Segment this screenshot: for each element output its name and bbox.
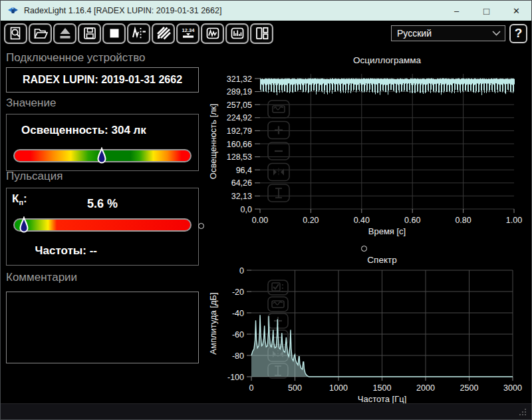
spectrum-x-tick: 500 [288, 383, 302, 393]
spectrum-xlabel: Частота [Гц] [358, 394, 407, 404]
oscillogram-y-tick: 160,66 [227, 140, 252, 149]
spectrum-chart: СпектрАмплитуда [дБ]0-20-40-60-80-100050… [207, 255, 527, 405]
spectrum-y-tick: -80 [232, 351, 244, 361]
value-section-label: Значение [6, 97, 56, 110]
spectrum-y-tick: 0 [239, 266, 244, 276]
autoscale-checkbox-button[interactable] [268, 280, 288, 295]
vertical-splitter-handle[interactable] [198, 223, 204, 229]
title-bar[interactable]: RadexLight 1.16.4 [RADEX LUPIN: 2019-01-… [1, 1, 531, 21]
spectrum-y-tick: -40 [232, 309, 244, 318]
oscillogram-x-tick: 0.60 [404, 216, 420, 225]
fit-horizontal-button[interactable] [268, 164, 289, 181]
oscillogram-x-tick: 0.80 [455, 216, 471, 225]
spectrum-ylabel: Амплитуда [дБ] [208, 292, 218, 354]
spectrum-x-tick: 2000 [416, 383, 435, 393]
pulsation-section-label: Пульсация [6, 170, 63, 183]
zoom-region-button[interactable] [268, 101, 289, 118]
zoom-in-button[interactable] [268, 122, 289, 139]
spectrum-view-button[interactable] [225, 23, 249, 44]
window-title: RadexLight 1.16.4 [RADEX LUPIN: 2019-01-… [24, 6, 442, 15]
oscillogram-y-tick: 64,26 [231, 178, 252, 188]
oscillogram-title: Осциллограмма [353, 55, 421, 65]
chevron-down-icon [492, 31, 501, 36]
language-value: Русский [397, 28, 492, 39]
zoom-region-button[interactable] [268, 297, 288, 312]
device-search-button[interactable] [4, 23, 27, 44]
measurement-cursor-button[interactable] [127, 23, 150, 44]
oscillogram-y-tick: 192,79 [227, 126, 252, 136]
oscillogram-ylabel: Освещенность [лк] [208, 104, 218, 179]
status-bar [1, 403, 531, 419]
kp-value: 5.6 % [7, 197, 198, 211]
eject-device-icon [58, 26, 72, 41]
app-icon [7, 6, 19, 15]
oscillogram-y-tick: 224,92 [227, 113, 252, 122]
stop-icon [107, 26, 122, 41]
save-icon [82, 26, 97, 41]
open-file-icon [33, 26, 48, 41]
spectrum-y-tick: -100 [227, 373, 244, 382]
layout-panels-icon [255, 26, 269, 41]
spectrum-x-tick: 0 [249, 383, 254, 393]
minimize-button[interactable]: – [442, 1, 471, 21]
illuminance-scale-bar [13, 149, 192, 162]
device-name: RADEX LUPIN: 2019-01-31 2662 [23, 74, 182, 86]
oscillogram-view-button[interactable] [201, 23, 224, 44]
app-window: RadexLight 1.16.4 [RADEX LUPIN: 2019-01-… [0, 0, 532, 420]
layout-panels-button[interactable] [250, 23, 273, 44]
oscillogram-y-tick: 0,0 [241, 205, 252, 214]
spectrum-x-tick: 1000 [329, 383, 348, 393]
oscillogram-x-tick: 0.00 [252, 216, 268, 225]
device-box: RADEX LUPIN: 2019-01-31 2662 [6, 67, 199, 93]
device-section-label: Подключенное устройство [6, 51, 145, 65]
open-file-button[interactable] [29, 23, 52, 44]
oscillogram-chart: ОсциллограммаОсвещенность [лк]321,32289,… [207, 51, 527, 248]
eject-device-button[interactable] [53, 23, 76, 44]
pulsation-hatch-button[interactable] [152, 23, 175, 44]
fit-vertical-button[interactable] [268, 184, 289, 202]
toolbar: 12.34 [1, 21, 531, 46]
oscillogram-y-tick: 128,53 [227, 152, 252, 162]
comments-section-label: Комментарии [6, 271, 77, 284]
device-search-icon [9, 26, 23, 41]
oscillogram-y-tick: 321,32 [227, 75, 252, 84]
spectrum-x-tick: 1500 [373, 383, 392, 393]
resize-grip-icon[interactable] [518, 407, 527, 417]
help-button[interactable]: ? [509, 24, 527, 43]
oscillogram-x-tick: 1.00 [506, 216, 522, 225]
spectrum-y-tick: -20 [232, 288, 244, 297]
digital-display-icon: 12.34 [180, 26, 196, 41]
oscillogram-waveform [261, 79, 515, 95]
oscillogram-y-tick: 96,4 [236, 166, 252, 175]
pulsation-scale-bar [13, 218, 192, 232]
spectrum-x-tick: 3000 [503, 383, 522, 393]
oscillogram-x-tick: 0.40 [354, 216, 370, 225]
illuminance-reading: Освещенность: 304 лк [21, 124, 146, 137]
illuminance-marker-icon [97, 147, 106, 167]
maximize-button[interactable]: □ [471, 1, 501, 21]
oscillogram-y-tick: 257,05 [227, 101, 252, 110]
comments-input[interactable] [6, 292, 199, 363]
svg-text:12.34: 12.34 [182, 27, 195, 33]
oscillogram-y-tick: 289,19 [227, 87, 252, 97]
pulsation-hatch-icon [156, 26, 171, 41]
oscillogram-xlabel: Время [с] [368, 226, 406, 236]
save-button[interactable] [78, 23, 101, 44]
digital-display-button[interactable]: 12.34 [176, 23, 200, 44]
oscillogram-y-tick: 32,13 [231, 192, 252, 201]
spectrum-y-tick: -60 [232, 330, 244, 339]
frequencies-label: Частоты: -- [7, 244, 126, 258]
stop-button[interactable] [102, 23, 126, 44]
zoom-out-button[interactable] [268, 142, 289, 160]
oscillogram-x-tick: 0.20 [303, 216, 319, 225]
measurement-cursor-icon [132, 26, 146, 41]
pulsation-box: Кп: 5.6 % Частоты: -- [6, 188, 199, 266]
pulsation-marker-icon [19, 216, 29, 236]
spectrum-title: Спектр [367, 255, 396, 265]
workspace: Подключенное устройство RADEX LUPIN: 201… [1, 46, 531, 403]
value-box: Освещенность: 304 лк [6, 114, 199, 171]
language-select[interactable]: Русский [391, 25, 505, 41]
close-button[interactable]: ✕ [501, 1, 531, 21]
spectrum-view-icon [230, 26, 245, 41]
oscillogram-view-icon [205, 26, 220, 41]
